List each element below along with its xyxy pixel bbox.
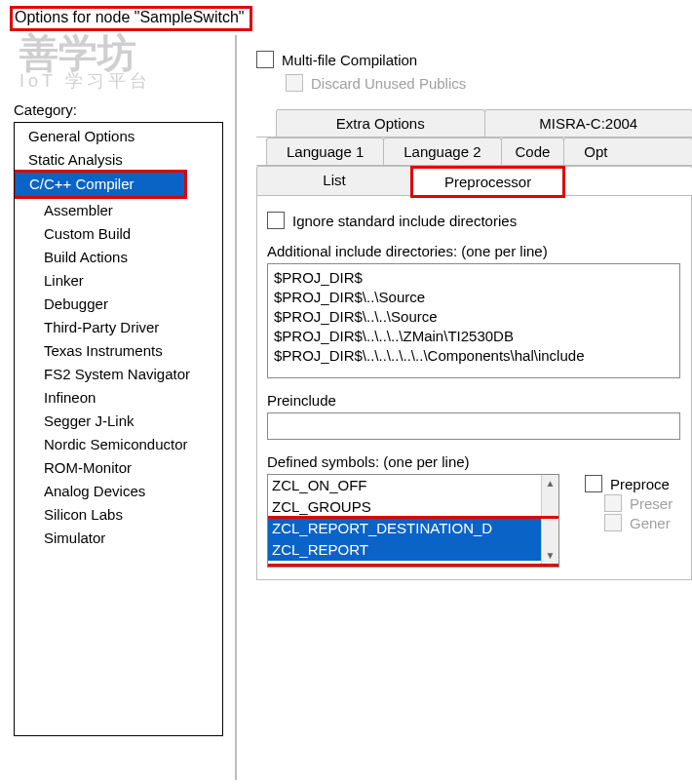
category-item[interactable]: ROM-Monitor bbox=[15, 456, 222, 480]
checkbox-icon bbox=[604, 514, 622, 531]
window-title-bar: Options for node "SampleSwitch" bbox=[0, 0, 692, 35]
tabs-container: Extra Options MISRA-C:2004 Language 1 La… bbox=[256, 109, 692, 580]
defined-symbol-item[interactable]: ZCL_REPORT_DESTINATION_D bbox=[268, 518, 558, 539]
tab-language2[interactable]: Language 2 bbox=[383, 137, 501, 165]
category-item[interactable]: Assembler bbox=[15, 199, 222, 222]
tab-extra-options[interactable]: Extra Options bbox=[276, 109, 485, 137]
preserve-comments-checkbox: Preser bbox=[604, 494, 673, 512]
tab-code[interactable]: Code bbox=[501, 137, 565, 165]
category-item[interactable]: Custom Build bbox=[15, 222, 222, 246]
checkbox-icon bbox=[286, 74, 303, 92]
checkbox-icon bbox=[604, 494, 622, 512]
category-item[interactable]: Linker bbox=[15, 269, 222, 293]
additional-include-label: Additional include directories: (one per… bbox=[267, 243, 689, 259]
preinclude-label: Preinclude bbox=[267, 392, 689, 409]
checkbox-icon bbox=[256, 51, 274, 68]
defined-symbol-item[interactable]: ZCL_REPORT bbox=[268, 539, 558, 561]
tab-spacer bbox=[563, 166, 692, 195]
scroll-down-icon[interactable]: ▼ bbox=[542, 547, 558, 565]
defined-symbol-item[interactable]: ZCL_GROUPS bbox=[268, 496, 558, 518]
defined-symbols-label: Defined symbols: (one per line) bbox=[267, 453, 689, 470]
generate-line-checkbox: Gener bbox=[604, 514, 673, 531]
category-item[interactable]: Static Analysis bbox=[15, 148, 222, 172]
category-item[interactable]: Simulator bbox=[15, 527, 222, 550]
tab-preprocessor[interactable]: Preprocessor bbox=[411, 167, 564, 196]
scroll-up-icon[interactable]: ▲ bbox=[542, 475, 558, 492]
tab-list[interactable]: List bbox=[256, 166, 412, 195]
category-item[interactable]: Infineon bbox=[15, 386, 222, 410]
category-list[interactable]: General Options Static Analysis C/C++ Co… bbox=[14, 122, 223, 736]
tab-optimizations[interactable]: Opt bbox=[563, 137, 692, 165]
category-item[interactable]: Texas Instruments bbox=[15, 339, 222, 363]
category-item[interactable]: FS2 System Navigator bbox=[15, 363, 222, 386]
category-item-selected[interactable]: C/C++ Compiler bbox=[16, 173, 184, 196]
settings-panel: Multi-file Compilation Discard Unused Pu… bbox=[235, 35, 692, 780]
window-title: Options for node "SampleSwitch" bbox=[10, 6, 252, 31]
preprocessor-output-checkbox[interactable]: Preproce bbox=[585, 475, 673, 492]
defined-symbol-item[interactable]: ZCL_ON_OFF bbox=[268, 475, 558, 496]
tab-misra[interactable]: MISRA-C:2004 bbox=[484, 109, 693, 137]
defined-symbols-list[interactable]: ZCL_ON_OFF ZCL_GROUPS ZCL_REPORT_DESTINA… bbox=[267, 474, 559, 568]
category-item[interactable]: Build Actions bbox=[15, 246, 222, 269]
multi-file-checkbox[interactable]: Multi-file Compilation bbox=[256, 51, 692, 68]
preinclude-input[interactable] bbox=[267, 412, 680, 440]
category-item[interactable]: Analog Devices bbox=[15, 480, 222, 503]
checkbox-icon bbox=[585, 475, 602, 492]
category-item[interactable]: Segger J-Link bbox=[15, 410, 222, 433]
category-item[interactable]: Debugger bbox=[15, 293, 222, 316]
category-item[interactable]: Nordic Semiconductor bbox=[15, 433, 222, 456]
discard-unused-checkbox: Discard Unused Publics bbox=[286, 74, 692, 92]
tab-language1[interactable]: Language 1 bbox=[266, 137, 384, 165]
checkbox-icon bbox=[267, 212, 285, 229]
category-item[interactable]: Third-Party Driver bbox=[15, 316, 222, 339]
category-label: Category: bbox=[14, 101, 223, 118]
ignore-std-include-checkbox[interactable]: Ignore standard include directories bbox=[267, 212, 689, 229]
category-item[interactable]: Silicon Labs bbox=[15, 503, 222, 527]
scrollbar[interactable]: ▲ ▼ bbox=[541, 475, 558, 567]
additional-include-input[interactable]: $PROJ_DIR$ $PROJ_DIR$\..\Source $PROJ_DI… bbox=[267, 263, 680, 378]
category-item[interactable]: General Options bbox=[15, 125, 222, 148]
